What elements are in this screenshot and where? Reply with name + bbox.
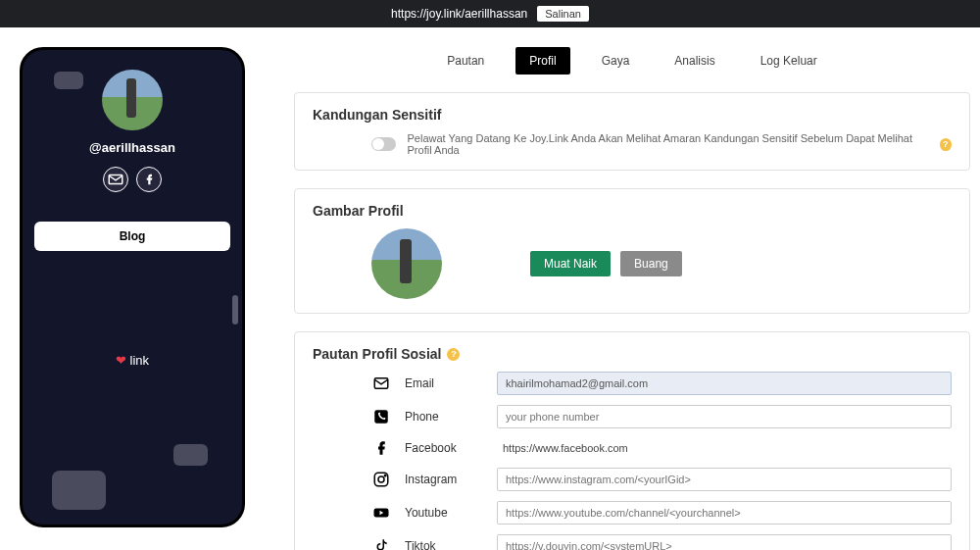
facebook-icon (371, 438, 391, 458)
svg-point-4 (378, 476, 384, 482)
tab-analisis[interactable]: Analisis (661, 47, 728, 75)
info-icon[interactable]: ? (940, 138, 952, 151)
phone-preview: @aerillhassan Blog ❤ link (20, 47, 245, 527)
field-label: Instagram (405, 473, 483, 486)
card-title: Pautan Profil Sosial ? (313, 346, 952, 362)
svg-point-5 (384, 475, 386, 476)
youtube-icon (371, 503, 391, 523)
preview-scrollbar[interactable] (232, 295, 238, 325)
decor-block (54, 72, 83, 89)
phone-icon (371, 407, 391, 426)
mail-icon (371, 374, 391, 393)
profile-image (371, 228, 442, 299)
tiktok-input[interactable] (497, 534, 952, 550)
profile-image-card: Gambar Profil Muat Naik Buang (294, 188, 970, 314)
decor-block (52, 471, 106, 510)
facebook-field-row: Facebook https://www.facebook.com (313, 438, 952, 458)
field-label: Phone (405, 410, 483, 424)
social-links-card: Pautan Profil Sosial ? Email Phone Faceb… (294, 331, 970, 550)
preview-avatar (102, 70, 163, 130)
preview-footer: ❤ link (23, 353, 242, 368)
heart-icon: ❤ (116, 353, 126, 368)
tiktok-icon (371, 536, 391, 550)
field-label: Email (405, 376, 483, 390)
card-title: Kandungan Sensitif (313, 107, 952, 123)
facebook-static: https://www.facebook.com (497, 442, 952, 454)
preview-blog-button[interactable]: Blog (34, 222, 230, 251)
youtube-field-row: Youtube (313, 501, 952, 525)
youtube-input[interactable] (497, 501, 952, 525)
instagram-field-row: Instagram (313, 468, 952, 491)
mail-icon[interactable] (103, 167, 128, 192)
upload-button[interactable]: Muat Naik (530, 251, 611, 276)
tiktok-field-row: Tiktok (313, 534, 952, 550)
copy-button[interactable]: Salinan (537, 6, 589, 22)
profile-url: https://joy.link/aerillhassan (391, 7, 527, 21)
tab-gaya[interactable]: Gaya (588, 47, 644, 75)
field-label: Youtube (405, 506, 483, 520)
email-field-row: Email (313, 372, 952, 395)
remove-button[interactable]: Buang (620, 251, 682, 276)
top-bar: https://joy.link/aerillhassan Salinan (0, 0, 980, 27)
preview-username: @aerillhassan (23, 140, 242, 155)
tabs: Pautan Profil Gaya Analisis Log Keluar (294, 47, 970, 75)
sensitive-toggle[interactable] (371, 137, 396, 151)
phone-field-row: Phone (313, 405, 952, 428)
card-title: Gambar Profil (313, 203, 952, 219)
tab-profil[interactable]: Profil (515, 47, 569, 75)
email-input[interactable] (497, 372, 952, 395)
info-icon[interactable]: ? (447, 348, 460, 361)
field-label: Facebook (405, 441, 483, 455)
tab-logkeluar[interactable]: Log Keluar (747, 47, 831, 75)
instagram-input[interactable] (497, 468, 952, 491)
content-panel: Pautan Profil Gaya Analisis Log Keluar K… (294, 47, 970, 550)
sensitive-label: Pelawat Yang Datang Ke Joy.Link Anda Aka… (408, 132, 952, 156)
decor-block (173, 444, 208, 466)
field-label: Tiktok (405, 539, 483, 550)
instagram-icon (371, 470, 391, 489)
facebook-icon[interactable] (136, 167, 162, 192)
sensitive-content-card: Kandungan Sensitif Pelawat Yang Datang K… (294, 92, 970, 171)
phone-input[interactable] (497, 405, 952, 428)
tab-pautan[interactable]: Pautan (433, 47, 498, 75)
